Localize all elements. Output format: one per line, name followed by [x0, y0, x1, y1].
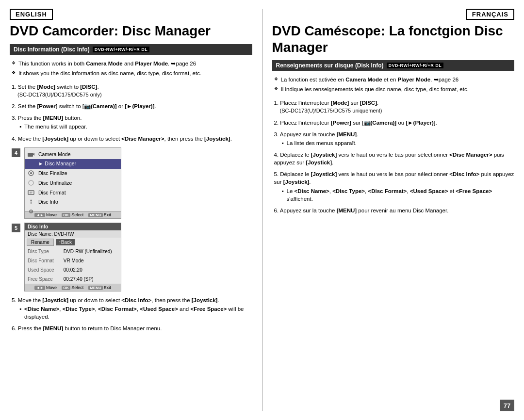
menu-item-disc-info: Disc Info [25, 197, 121, 207]
camera-icon [28, 151, 34, 157]
column-left: ENGLISH DVD Camcorder: Disc Manager Disc… [10, 9, 262, 411]
step-3: 3. Press the [MENU] button. The menu lis… [12, 114, 252, 130]
page-number: 77 [500, 400, 514, 411]
disc-info-table: Disc TypeDVD-RW (Unfinalized) Disc Forma… [25, 247, 121, 284]
rename-row: Rename ↑Back [25, 238, 121, 247]
page-title-left: DVD Camcorder: Disc Manager [10, 23, 252, 39]
bullet-item-fr: Il indique les renseignements tels que d… [274, 85, 515, 93]
svg-rect-0 [28, 153, 33, 157]
screen4-menu: Camera Mode ► Disc Manager Disc Finalize [25, 148, 121, 211]
section-header-text-right: Renseignements sur disque (Disk Info) [276, 62, 384, 69]
footer-move: ◄► Move [34, 285, 57, 290]
bullet-item-fr: La fonction est activée en Camera Mode e… [274, 76, 515, 83]
section-header-left: Disc Information (Disc Info) DVD-RW/+RW/… [10, 44, 252, 55]
step-badge-4: 4 [12, 148, 20, 157]
menu-item-settings [25, 207, 121, 209]
step-fr-2: 2. Placez l'interrupteur [Power] sur [📷(… [274, 119, 515, 127]
svg-point-8 [31, 200, 32, 201]
footer-exit: MENU Exit [88, 212, 111, 217]
column-right: FRANÇAIS DVD Caméscope: La fonctgion Dis… [262, 9, 515, 411]
screen4-footer: ◄► Move OK Select MENU Exit [25, 211, 121, 218]
step-fr-1: 1. Placez l'interrupteur [Mode] sur [DIS… [274, 99, 515, 114]
finalize-icon [28, 170, 34, 176]
sub-bullet-item-fr: Le <Disc Name>, <Disc Type>, <Disc Forma… [282, 187, 515, 203]
step-badge-5: 5 [12, 224, 20, 232]
svg-point-3 [30, 172, 32, 174]
format-icon [28, 190, 34, 195]
step-6: 6. Press the [MENU] button to return to … [12, 324, 252, 332]
intro-bullets-right: La fonction est activée en Camera Mode e… [272, 76, 515, 93]
table-row: Used Space00:02:20 [25, 265, 121, 275]
unfinalize-icon [28, 180, 34, 186]
disc-info-title: Disc Info [25, 223, 121, 230]
tback-button[interactable]: ↑Back [56, 239, 75, 245]
steps-list-left: 1. Set the [Mode] switch to [DISC]. (SC-… [10, 83, 252, 333]
sub-bullet-item-fr: La liste des menus apparaît. [282, 139, 515, 147]
menu-item-disc-manager: ► Disc Manager [25, 159, 121, 169]
step-fr-4: 4. Déplacez le [Joystick] vers le haut o… [274, 151, 515, 166]
footer-move: ◄► Move [34, 212, 57, 217]
step-4: 4. Move the [Joystick] up or down to sel… [12, 135, 252, 143]
info-icon [28, 199, 34, 205]
disc-format-badge-left: DVD-RW/+RW/-R/+R DL [93, 47, 150, 52]
screens-area: 4 Camera Mode ► Disc Manager [12, 147, 252, 292]
step-1: 1. Set the [Mode] switch to [DISC]. (SC-… [12, 83, 252, 98]
svg-marker-1 [33, 153, 34, 156]
screen5-footer: ◄► Move OK Select MENU Exit [25, 284, 121, 291]
page-container: ENGLISH DVD Camcorder: Disc Manager Disc… [0, 0, 524, 420]
page-title-right: DVD Caméscope: La fonctgion Disc Manager [272, 23, 515, 55]
disc-name-label: Disc Name: [28, 231, 53, 237]
sub-bullet-item: <Disc Name>, <Disc Type>, <Disc Format>,… [19, 305, 252, 321]
disc-name-row: Disc Name: DVD-RW [25, 230, 121, 238]
menu-item-disc-unfinalize: Disc Unfinalize [25, 178, 121, 188]
lang-badge-english: ENGLISH [10, 9, 53, 20]
svg-rect-5 [28, 191, 34, 194]
step-2: 2. Set the [Power] switch to [📷(Camera)]… [12, 102, 252, 110]
section-header-right: Renseignements sur disque (Disk Info) DV… [272, 60, 515, 71]
menu-item-disc-finalize: Disc Finalize [25, 169, 121, 178]
svg-point-11 [31, 211, 32, 212]
intro-bullets-left: This function works in both Camera Mode … [10, 60, 252, 77]
screen4-box: Camera Mode ► Disc Manager Disc Finalize [24, 147, 121, 219]
section-header-text-left: Disc Information (Disc Info) [14, 46, 90, 53]
screen5-wrapper: 5 Disc Info Disc Name: DVD-RW Rename ↑Ba… [12, 223, 252, 291]
bullet-item: It shows you the disc information as dis… [12, 69, 252, 77]
disc-name-value: DVD-RW [54, 231, 74, 237]
footer-exit: MENU Exit [88, 285, 111, 290]
footer-select: OK Select [62, 212, 83, 217]
step-fr-6: 6. Appuyez sur la touche [MENU] pour rev… [274, 207, 515, 214]
step-5: 5. Move the [Joystick] up or down to sel… [12, 296, 252, 321]
table-row: Disc TypeDVD-RW (Unfinalized) [25, 247, 121, 256]
settings-icon [28, 209, 34, 214]
disc-format-badge-right: DVD-RW/+RW/-R/+R DL [387, 63, 444, 68]
menu-item-disc-format: Disc Format [25, 188, 121, 198]
bullet-item: This function works in both Camera Mode … [12, 60, 252, 67]
rename-button[interactable]: Rename [27, 239, 54, 246]
table-row: Free Space00:27:40 (SP) [25, 275, 121, 284]
step-fr-3: 3. Appuyez sur la touche [MENU]. La list… [274, 130, 515, 147]
svg-point-4 [29, 180, 33, 185]
footer-select: OK Select [62, 285, 83, 290]
table-row: Disc FormatVR Mode [25, 256, 121, 265]
screen4-wrapper: 4 Camera Mode ► Disc Manager [12, 147, 252, 219]
menu-item-camera-mode: Camera Mode [25, 150, 121, 160]
step-fr-5: 5. Déplacez le [Joystick] vers le haut o… [274, 170, 515, 202]
steps-list-right: 1. Placez l'interrupteur [Mode] sur [DIS… [272, 99, 515, 214]
sub-bullet-item: The menu list will appear. [19, 123, 252, 130]
screen5-box: Disc Info Disc Name: DVD-RW Rename ↑Back… [24, 223, 121, 291]
lang-badge-french: FRANÇAIS [466, 9, 514, 20]
